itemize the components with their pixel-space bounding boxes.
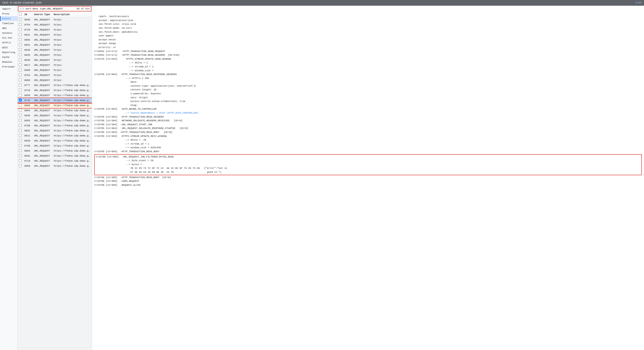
row-checkbox[interactable] xyxy=(19,94,22,97)
row-description: https: xyxy=(52,22,92,28)
table-row[interactable]: 8851URL_REQUESThttps: xyxy=(18,43,92,48)
sidebar-item-events[interactable]: Events xyxy=(0,16,17,21)
search-input[interactable] xyxy=(26,8,76,10)
table-row[interactable]: 8938URL_REQUESThttps://fedcm-idp-demo.gl… xyxy=(18,113,92,118)
row-checkbox[interactable] xyxy=(19,139,22,142)
row-source-type: URL_REQUEST xyxy=(33,53,52,58)
table-row[interactable]: 8726URL_REQUESThttps: xyxy=(18,28,92,33)
row-description: https: xyxy=(52,53,92,58)
table-row[interactable]: 8568URL_REQUESThttps: xyxy=(18,17,92,22)
detail-line-normal: --> stream_id = 1 xyxy=(94,65,642,69)
table-row[interactable]: 8939URL_REQUESThttps: xyxy=(18,48,92,53)
table-row[interactable]: 8926URL_REQUESThttps: xyxy=(18,53,92,58)
row-checkbox[interactable] xyxy=(19,99,22,102)
row-checkbox[interactable] xyxy=(19,129,22,132)
table-row[interactable]: 8743URL_REQUESThttps://fedcm-idp-demo.gl… xyxy=(18,98,92,103)
sidebar-item-alt-svc[interactable]: Alt-Svc xyxy=(0,36,17,40)
table-row[interactable]: 8892URL_REQUESThttps://fedcm-idp-demo.gl… xyxy=(18,128,92,133)
row-checkbox[interactable] xyxy=(19,164,22,167)
row-checkbox[interactable] xyxy=(19,114,22,117)
row-description: https://fedcm-idp-demo.glitch.me/compone… xyxy=(52,148,92,154)
row-checkbox[interactable] xyxy=(19,33,22,36)
detail-line-normal: --> stream_id = 1 xyxy=(94,142,642,146)
table-row[interactable]: 8855URL_REQUESThttps://fedcm-idp-demo.gl… xyxy=(18,118,92,123)
table-row[interactable]: 8958URL_REQUESThttps://fedcm-idp-demo.gl… xyxy=(18,93,92,98)
sidebar-item-timeline[interactable]: Timeline xyxy=(0,21,17,26)
table-row[interactable]: 8777URL_REQUESThttps://fedcm-idp-demo.gl… xyxy=(18,83,92,88)
row-checkbox[interactable] xyxy=(19,104,22,107)
detail-boxed-section: t=15786 [st=305] URL_REQUEST_JOB_FILTERE… xyxy=(94,154,642,175)
row-checkbox[interactable] xyxy=(19,149,22,152)
row-checkbox[interactable] xyxy=(19,89,22,92)
sidebar-item-proxy[interactable]: Proxy xyxy=(0,12,17,16)
row-source-type: URL_REQUEST xyxy=(33,143,52,148)
table-row[interactable]: 8893URL_REQUESThttps: xyxy=(18,38,92,43)
table-row[interactable]: 8894URL_REQUESThttps://fedcm-idp-demo.gl… xyxy=(18,148,92,154)
detail-line-highlight: --> source_dependency = 8753 (HTTP_AUTH_… xyxy=(94,111,642,115)
table-row[interactable]: 8968URL_REQUESThttps://fedcm-idp-demo.gl… xyxy=(18,103,92,108)
table-row[interactable]: 8631URL_REQUESThttps: xyxy=(18,33,92,38)
code-link[interactable]: Code xyxy=(636,1,642,5)
sidebar-item-dns[interactable]: DNS xyxy=(0,26,17,31)
row-checkbox[interactable] xyxy=(19,84,22,86)
row-description: https: xyxy=(52,28,92,33)
row-description: https://fedcm-idp-demo.glitch.me/.well-k… xyxy=(52,93,92,98)
row-checkbox[interactable] xyxy=(19,159,22,162)
row-id: 8822 xyxy=(23,133,33,138)
row-checkbox[interactable] xyxy=(19,63,22,66)
row-description: https://fedcm-idp-demo.glitch.me/client.… xyxy=(52,133,92,138)
row-checkbox[interactable] xyxy=(19,154,22,157)
row-checkbox[interactable] xyxy=(19,43,22,46)
table-row[interactable]: 8984URL_REQUESThttps://fedcm-idp-demo.gl… xyxy=(18,108,92,113)
row-checkbox[interactable] xyxy=(19,68,22,71)
table-row[interactable]: 8682URL_REQUESThttps://fedcm-idp-demo.gl… xyxy=(18,154,92,159)
row-checkbox[interactable] xyxy=(19,124,22,127)
row-id: 8788 xyxy=(23,123,33,128)
select-all-checkbox[interactable] xyxy=(19,13,22,16)
row-checkbox[interactable] xyxy=(19,28,22,31)
sidebar-item-reporting[interactable]: Reporting xyxy=(0,50,17,55)
table-row[interactable]: 8718URL_REQUESThttps://fedcm-idp-demo.gl… xyxy=(18,159,92,164)
sidebar-item-cache[interactable]: Cache xyxy=(0,55,17,60)
sidebar-item-prerender[interactable]: Prerender xyxy=(0,65,17,69)
row-checkbox[interactable] xyxy=(19,18,22,21)
row-checkbox[interactable] xyxy=(19,23,22,26)
row-source-type: URL_REQUEST xyxy=(33,88,52,93)
row-checkbox[interactable] xyxy=(19,38,22,41)
row-checkbox[interactable] xyxy=(19,119,22,122)
sidebar-item-import[interactable]: Import xyxy=(0,7,17,12)
row-checkbox[interactable] xyxy=(19,79,22,81)
row-checkbox[interactable] xyxy=(19,58,22,61)
table-row[interactable]: 8754URL_REQUESThttps: xyxy=(18,22,92,28)
sidebar-item-quic[interactable]: QUIC xyxy=(0,45,17,50)
row-checkbox[interactable] xyxy=(19,144,22,147)
detail-line-normal: x-powered-by: Express xyxy=(94,92,642,96)
sidebar-item-sockets[interactable]: Sockets xyxy=(0,31,17,36)
sidebar-item-http2[interactable]: HTTP/2 xyxy=(0,40,17,45)
sidebar-item-modules[interactable]: Modules xyxy=(0,60,17,65)
row-id: 8589 xyxy=(23,68,33,73)
table-row[interactable]: 8716URL_REQUESThttps://fedcm-idp-demo.gl… xyxy=(18,88,92,93)
table-row[interactable]: 8764URL_REQUESThttps: xyxy=(18,73,92,78)
row-checkbox[interactable] xyxy=(19,48,22,51)
row-description: https://fedcm-idp-demo.glitch.me/auth/us… xyxy=(52,118,92,123)
row-checkbox[interactable] xyxy=(19,74,22,76)
table-row[interactable]: 8589URL_REQUESThttps: xyxy=(18,68,92,73)
title-bar: test-4-cache-cleared.json Code xyxy=(0,0,644,6)
row-checkbox[interactable] xyxy=(19,53,22,56)
table-row[interactable]: 8788URL_REQUESThttps://fedcm-idp-demo.gl… xyxy=(18,123,92,128)
table-row[interactable]: 8822URL_REQUESThttps://fedcm-idp-demo.gl… xyxy=(18,133,92,138)
search-help[interactable]: (?) xyxy=(20,8,24,10)
row-source-type: URL_REQUEST xyxy=(33,148,52,154)
row-checkbox[interactable] xyxy=(19,134,22,137)
table-row[interactable]: 8617URL_REQUESThttps: xyxy=(18,63,92,68)
row-checkbox[interactable] xyxy=(19,109,22,112)
table-row[interactable]: 8869URL_REQUESThttps: xyxy=(18,78,92,83)
table-row[interactable]: 8790URL_REQUESThttps://fedcm-idp-demo.gl… xyxy=(18,143,92,148)
table-row[interactable]: 8960URL_REQUESThttps://fedcm-idp-demo.gl… xyxy=(18,164,92,169)
table-row[interactable]: 8920URL_REQUESThttps://fedcm-idp-demo.gl… xyxy=(18,138,92,143)
row-source-type: URL_REQUEST xyxy=(33,43,52,48)
col-checkbox xyxy=(18,12,23,17)
row-id: 8958 xyxy=(23,93,33,98)
table-row[interactable]: 8830URL_REQUESThttps: xyxy=(18,58,92,63)
